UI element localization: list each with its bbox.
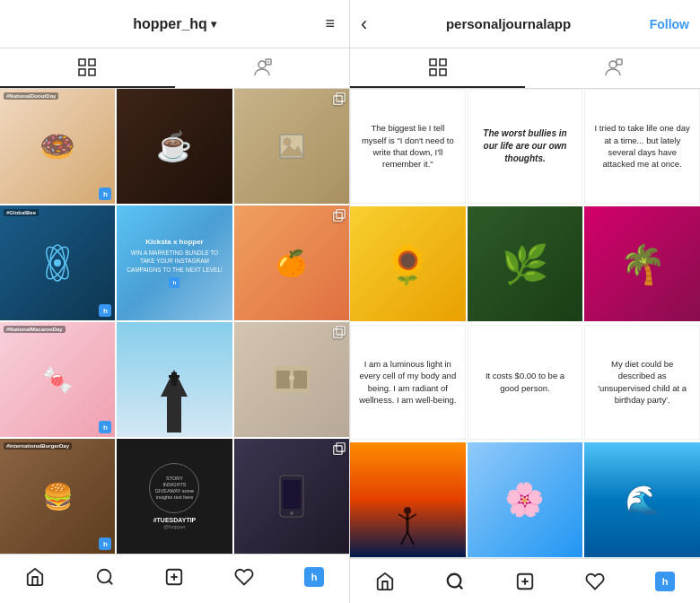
- left-tabs: [0, 48, 349, 89]
- left-username[interactable]: hopper_hq ▾: [133, 16, 216, 32]
- multi-icon: [333, 92, 346, 105]
- search-icon: [95, 567, 115, 587]
- svg-rect-26: [334, 329, 342, 337]
- svg-rect-19: [167, 397, 181, 433]
- flower-visual: 🌻: [350, 206, 466, 321]
- svg-point-44: [404, 507, 411, 514]
- grid-cell-6[interactable]: 🍊: [234, 205, 349, 320]
- svg-point-33: [97, 569, 110, 582]
- grid-cell-7[interactable]: 🍬 #NationalMacaronDay h: [0, 322, 115, 437]
- quote-text-9: My diet could be described as 'unsupervi…: [592, 358, 692, 406]
- left-panel: hopper_hq ▾ ≡ 🍩 #Nation: [0, 0, 350, 603]
- svg-rect-16: [334, 213, 342, 221]
- svg-rect-17: [337, 210, 345, 218]
- right-grid-cell-7[interactable]: I am a luminous light in every cell of m…: [350, 325, 466, 440]
- svg-rect-32: [337, 443, 345, 451]
- nav-add[interactable]: [154, 557, 194, 597]
- svg-rect-27: [337, 327, 345, 335]
- right-grid-cell-2[interactable]: The worst bullies in our life are our ow…: [468, 89, 583, 204]
- right-grid-cell-11[interactable]: 🌸: [468, 442, 583, 557]
- tab-tagged[interactable]: [175, 48, 350, 88]
- sunset-person-visual: [350, 442, 466, 557]
- svg-line-48: [401, 532, 407, 545]
- room-visual: [269, 362, 314, 398]
- back-button[interactable]: ‹: [361, 13, 367, 36]
- right-grid-cell-6[interactable]: 🌴: [584, 206, 700, 321]
- nav-heart[interactable]: [224, 557, 264, 597]
- multi-photo-icon-12: [333, 442, 346, 459]
- svg-rect-29: [283, 480, 301, 509]
- h-logo-1: h: [99, 188, 111, 200]
- grid-cell-8[interactable]: [117, 322, 232, 437]
- right-grid-cell-9[interactable]: My diet could be described as 'unsupervi…: [584, 325, 700, 440]
- svg-rect-10: [334, 96, 342, 104]
- multi-icon-9: [333, 326, 346, 338]
- username-text: hopper_hq: [133, 16, 207, 32]
- grid-cell-1[interactable]: 🍩 #NationalDonutDay h: [0, 89, 115, 204]
- nav-profile[interactable]: h: [294, 557, 334, 597]
- tab-grid[interactable]: [0, 48, 175, 88]
- nav-home[interactable]: [15, 557, 55, 597]
- right-grid-cell-5[interactable]: 🌿: [468, 206, 583, 321]
- chevron-down-icon: ▾: [211, 18, 216, 31]
- quote-text-1: The biggest lie I tell myself is "I don'…: [358, 122, 458, 170]
- svg-rect-0: [79, 59, 85, 66]
- right-nav-search[interactable]: [435, 562, 475, 601]
- svg-rect-21: [169, 375, 179, 378]
- grid-cell-4[interactable]: #GlobalBee h: [0, 205, 115, 320]
- right-bottom-nav: h: [350, 558, 700, 603]
- profile-h-icon: h: [304, 567, 324, 587]
- svg-point-4: [258, 61, 266, 68]
- quote-text-2: The worst bullies in our life are our ow…: [476, 127, 575, 165]
- grid-cell-12[interactable]: [234, 439, 349, 554]
- svg-rect-24: [293, 371, 307, 389]
- person-silhouette: [394, 503, 421, 548]
- grid-cell-9[interactable]: [234, 322, 349, 437]
- grid-icon: [76, 57, 98, 78]
- kicksta-desc: WIN A MARKETING BUNDLE TO TAKE YOUR INST…: [124, 249, 224, 273]
- grid-cell-2[interactable]: ☕: [117, 89, 232, 204]
- multi-photo-icon-3: [333, 92, 346, 109]
- kicksta-top: Kicksta x hopper: [145, 238, 203, 246]
- svg-rect-3: [89, 69, 95, 75]
- right-tab-tagged[interactable]: [525, 48, 700, 88]
- left-photo-grid: 🍩 #NationalDonutDay h ☕: [0, 89, 349, 554]
- right-grid-cell-4[interactable]: 🌻: [350, 206, 466, 321]
- h-logo-10: h: [99, 537, 111, 550]
- svg-rect-1: [89, 59, 95, 66]
- leaf-visual: 🌿: [468, 206, 583, 321]
- right-tab-grid[interactable]: [350, 48, 525, 88]
- phone-visual: [278, 474, 305, 519]
- follow-button[interactable]: Follow: [650, 17, 689, 31]
- person-tag-icon: [251, 57, 273, 79]
- cell-tag-7: #NationalMacaronDay: [4, 326, 66, 333]
- art-pic-icon: [278, 133, 305, 160]
- svg-rect-20: [171, 372, 177, 386]
- svg-rect-39: [440, 59, 446, 66]
- grid-cell-11[interactable]: STORY INSIGHTS GIVEAWAY some insights te…: [117, 439, 232, 554]
- right-grid-cell-10[interactable]: [350, 442, 466, 557]
- h-logo-4: h: [99, 304, 111, 317]
- story-count: @hopper: [163, 524, 186, 529]
- right-person-tag-icon: [602, 57, 624, 79]
- svg-line-34: [109, 581, 112, 584]
- right-nav-add[interactable]: [505, 562, 545, 601]
- right-nav-heart[interactable]: [575, 562, 615, 601]
- right-nav-home[interactable]: [365, 562, 405, 601]
- quote-text-7: I am a luminous light in every cell of m…: [358, 358, 458, 406]
- right-grid-icon: [427, 57, 449, 78]
- right-grid-cell-8[interactable]: It costs $0.00 to be a good person.: [468, 325, 583, 440]
- right-nav-profile[interactable]: h: [645, 562, 685, 601]
- grid-cell-10[interactable]: 🍔 #InternationalBurgerDay h: [0, 439, 115, 554]
- grid-cell-3[interactable]: [234, 89, 349, 204]
- right-username: personaljournalapp: [446, 16, 571, 31]
- nav-search[interactable]: [85, 557, 125, 597]
- svg-rect-43: [617, 59, 622, 65]
- grid-cell-5[interactable]: Kicksta x hopper WIN A MARKETING BUNDLE …: [117, 205, 232, 320]
- hamburger-menu-icon[interactable]: ≡: [325, 14, 335, 33]
- right-grid-cell-12[interactable]: 🌊: [584, 442, 700, 557]
- right-grid-cell-1[interactable]: The biggest lie I tell myself is "I don'…: [350, 89, 466, 204]
- svg-rect-2: [79, 69, 85, 75]
- cell-tag-10: #InternationalBurgerDay: [4, 442, 72, 450]
- right-grid-cell-3[interactable]: I tried to take life one day at a time..…: [584, 89, 700, 204]
